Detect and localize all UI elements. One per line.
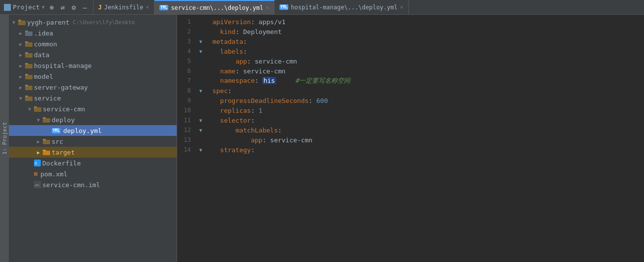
folder-icon-idea bbox=[25, 30, 32, 36]
tree-item-service[interactable]: service bbox=[9, 93, 177, 103]
tree-item-target[interactable]: target bbox=[9, 147, 177, 158]
folder-icon-target bbox=[43, 149, 50, 156]
line-number-1: 1 bbox=[179, 18, 197, 25]
editor-line-2: 2 kind: Deployment bbox=[177, 27, 644, 36]
editor-line-11: 11 ▼ selector: bbox=[177, 115, 644, 125]
tree-item-yygh-parent[interactable]: yygh-parent C:\Users\lfy\Deskto bbox=[9, 17, 177, 28]
minimize-icon[interactable]: — bbox=[81, 2, 89, 12]
tab-hospital-manage-deploy-label: hospital-manage\...\deploy.yml bbox=[291, 4, 398, 11]
svg-rect-2 bbox=[25, 32, 32, 36]
editor-line-9: 9 progressDeadlineSeconds: 600 bbox=[177, 96, 644, 105]
line-number-12: 12 bbox=[179, 127, 197, 133]
editor-content: 1 apiVersion: apps/v1 2 kind: Deployment… bbox=[177, 15, 644, 157]
folder-icon-src bbox=[43, 138, 50, 145]
arrow-data bbox=[18, 52, 24, 58]
svg-text:iml: iml bbox=[34, 183, 40, 187]
tab-service-cmn-deploy[interactable]: YML service-cmn\...\deploy.yml ✕ bbox=[154, 0, 275, 14]
svg-rect-13 bbox=[25, 85, 28, 86]
main-content: 1: Project yygh-parent C:\Users\lfy\Desk… bbox=[0, 15, 644, 262]
new-tab-icon[interactable]: ⊕ bbox=[48, 2, 56, 12]
tree-item-service-cmn-iml[interactable]: iml service-cmn.iml bbox=[9, 179, 177, 190]
editor-line-14: 14 ▼ strategy: bbox=[177, 145, 644, 155]
tree-item-dockerfile[interactable]: D Dockerfile bbox=[9, 158, 177, 168]
arrow-idea bbox=[18, 31, 24, 36]
line-content-4: labels: bbox=[205, 48, 642, 55]
svg-rect-17 bbox=[34, 106, 37, 108]
gutter-arrow-3: ▼ bbox=[199, 39, 202, 44]
arrow-deploy-folder bbox=[35, 117, 41, 123]
line-content-6: name: service-cmn bbox=[205, 67, 642, 75]
editor-line-10: 10 replicas: 1 bbox=[177, 105, 644, 115]
line-content-3: metadata: bbox=[205, 38, 642, 45]
arrow-service bbox=[18, 96, 24, 101]
tree-item-hospital-manage[interactable]: hospital-manage bbox=[9, 60, 177, 71]
svg-rect-22 bbox=[43, 151, 50, 155]
svg-rect-21 bbox=[43, 139, 46, 140]
project-label: Project bbox=[13, 3, 40, 11]
folder-icon-hospital-manage bbox=[25, 63, 32, 69]
editor[interactable]: 1 apiVersion: apps/v1 2 kind: Deployment… bbox=[177, 15, 644, 262]
tree-item-deploy-yml[interactable]: YML deploy.yml bbox=[9, 125, 177, 136]
gutter-arrow-12: ▼ bbox=[199, 128, 202, 133]
label-common: common bbox=[34, 40, 57, 48]
settings-icon[interactable]: ⚙ bbox=[70, 2, 78, 12]
project-dropdown-icon[interactable]: ▼ bbox=[42, 4, 45, 10]
tab-jenkinsfile[interactable]: J Jenkinsfile ✕ bbox=[93, 0, 154, 14]
tab-hospital-manage-deploy[interactable]: YML hospital-manage\...\deploy.yml ✕ bbox=[275, 0, 409, 14]
label-idea: .idea bbox=[34, 30, 53, 37]
line-content-10: replicas: 1 bbox=[205, 107, 642, 114]
tree-item-data[interactable]: data bbox=[9, 49, 177, 60]
gutter-11: ▼ bbox=[197, 118, 205, 123]
gutter-8: ▼ bbox=[197, 88, 205, 94]
gutter-arrow-11: ▼ bbox=[199, 118, 202, 123]
tree-item-common[interactable]: common bbox=[9, 38, 177, 49]
svg-rect-3 bbox=[25, 31, 28, 32]
svg-rect-1 bbox=[18, 20, 21, 21]
editor-line-6: 6 name: service-cmn bbox=[177, 66, 644, 76]
tree-item-server-gateway[interactable]: server-gateway bbox=[9, 82, 177, 93]
gutter-arrow-14: ▼ bbox=[199, 147, 202, 153]
label-deploy-folder: deploy bbox=[52, 116, 75, 124]
line-content-8: spec: bbox=[205, 87, 642, 95]
svg-rect-16 bbox=[34, 107, 41, 112]
iml-file-icon: iml bbox=[34, 181, 41, 188]
label-src: src bbox=[52, 138, 63, 145]
pom-xml-icon: m bbox=[34, 170, 37, 177]
line-content-2: kind: Deployment bbox=[205, 28, 642, 35]
tree-item-idea[interactable]: .idea bbox=[9, 28, 177, 38]
tab-hospital-manage-deploy-close[interactable]: ✕ bbox=[400, 4, 403, 10]
line-number-8: 8 bbox=[179, 87, 197, 94]
arrow-src bbox=[35, 139, 41, 144]
arrow-common bbox=[18, 41, 24, 47]
tab-jenkinsfile-label: Jenkinsfile bbox=[104, 4, 143, 11]
editor-line-5: 5 app: service-cmn bbox=[177, 56, 644, 66]
tab-service-cmn-deploy-label: service-cmn\...\deploy.yml bbox=[171, 4, 263, 11]
tab-jenkinsfile-close[interactable]: ✕ bbox=[146, 4, 149, 10]
tree-item-pom-xml[interactable]: m pom.xml bbox=[9, 168, 177, 179]
project-button[interactable]: Project ▼ bbox=[4, 3, 45, 11]
editor-line-8: 8 ▼ spec: bbox=[177, 86, 644, 96]
tabs-container: J Jenkinsfile ✕ YML service-cmn\...\depl… bbox=[93, 0, 409, 14]
tab-hospital-deploy-yml-icon: YML bbox=[279, 4, 288, 10]
namespace-value-highlight: his bbox=[262, 77, 276, 84]
label-server-gateway: server-gateway bbox=[34, 84, 88, 91]
line-number-10: 10 bbox=[179, 107, 197, 114]
svg-rect-14 bbox=[25, 97, 32, 101]
svg-rect-10 bbox=[25, 75, 32, 79]
tree-item-model[interactable]: model bbox=[9, 71, 177, 82]
line-number-11: 11 bbox=[179, 117, 197, 124]
svg-rect-15 bbox=[25, 96, 28, 97]
gutter-4: ▼ bbox=[197, 49, 205, 54]
tree-item-src[interactable]: src bbox=[9, 136, 177, 147]
label-hospital-manage: hospital-manage bbox=[34, 62, 92, 69]
tab-service-cmn-deploy-close[interactable]: ✕ bbox=[266, 4, 269, 11]
folder-icon-server-gateway bbox=[25, 84, 32, 91]
svg-rect-6 bbox=[25, 53, 32, 58]
line-number-6: 6 bbox=[179, 67, 197, 74]
line-number-13: 13 bbox=[179, 136, 197, 143]
arrow-model bbox=[18, 74, 24, 79]
tree-item-service-cmn[interactable]: service-cmn bbox=[9, 103, 177, 114]
split-icon[interactable]: ⇄ bbox=[59, 2, 66, 12]
gutter-14: ▼ bbox=[197, 147, 205, 153]
tree-item-deploy-folder[interactable]: deploy bbox=[9, 114, 177, 125]
